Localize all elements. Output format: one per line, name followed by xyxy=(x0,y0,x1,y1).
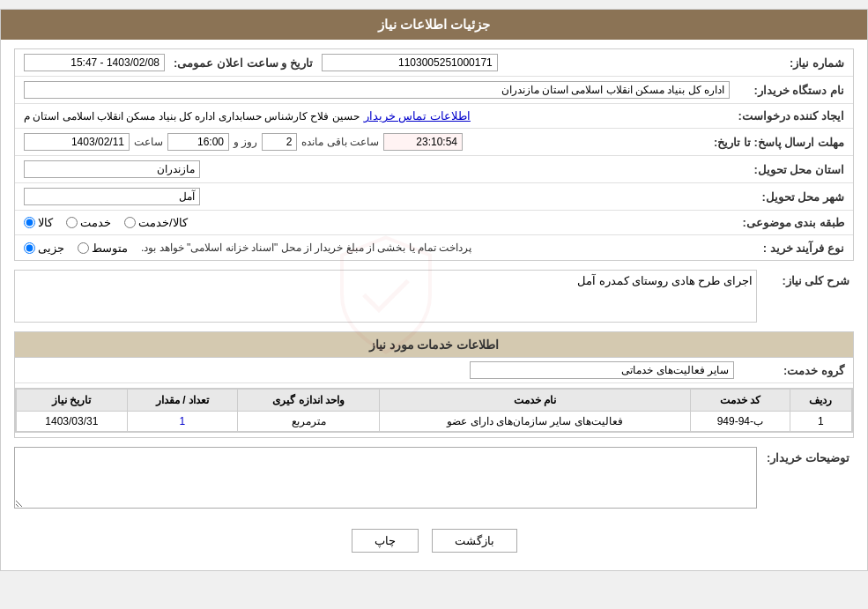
col-unit: واحد اندازه گیری xyxy=(238,390,380,412)
creator-value-cell: اطلاعات تماس خریدار حسین فلاح کارشناس حس… xyxy=(19,108,733,124)
purchase-jozi[interactable]: جزیی xyxy=(24,241,64,255)
remain-label: ساعت باقی مانده xyxy=(301,136,379,148)
purchase-type-row: نوع فرآیند خرید : پرداخت تمام یا بخشی از… xyxy=(15,235,853,260)
purchase-type-note: پرداخت تمام یا بخشی از مبلغ خریدار از مح… xyxy=(141,241,471,254)
services-section: اطلاعات خدمات مورد نیاز گروه خدمت: سایر … xyxy=(14,331,854,438)
purchase-type-inline: پرداخت تمام یا بخشی از مبلغ خریدار از مح… xyxy=(24,241,730,255)
city-row: شهر محل تحویل: آمل xyxy=(15,183,853,211)
motavaset-label: متوسط xyxy=(92,241,128,255)
jozi-label: جزیی xyxy=(38,241,64,255)
description-box: اجرای طرح هادی روستای کمدره آمل xyxy=(14,270,757,323)
contact-link[interactable]: اطلاعات تماس خریدار xyxy=(364,109,471,123)
need-number-inline: 1103005251000171 تاریخ و ساعت اعلان عموم… xyxy=(24,54,730,71)
province-display: مازندران xyxy=(24,160,200,178)
buyer-notes-section: توضیحات خریدار: xyxy=(14,447,854,511)
khedmat-label: خدمت xyxy=(80,216,111,229)
province-value-cell: مازندران xyxy=(19,159,734,180)
category-row: طبقه بندی موضوعی: کالا/خدمت خدمت کالا xyxy=(15,211,853,235)
col-name: نام خدمت xyxy=(380,390,691,412)
day-label: روز و xyxy=(234,136,257,148)
purchase-motavaset-radio[interactable] xyxy=(78,242,89,254)
category-kala[interactable]: کالا xyxy=(24,216,53,229)
description-section: شرح کلی نیاز: اجرای طرح هادی روستای کمدر… xyxy=(14,270,854,323)
col-row: ردیف xyxy=(790,390,851,412)
col-date: تاریخ نیاز xyxy=(17,390,128,412)
service-group-value-cell: سایر فعالیت‌های خدماتی xyxy=(19,361,734,379)
deadline-value-cell: 23:10:54 ساعت باقی مانده 2 روز و 16:00 س… xyxy=(19,131,709,152)
kala-khedmat-label: کالا/خدمت xyxy=(138,216,188,229)
need-number-value-cell: 1103005251000171 تاریخ و ساعت اعلان عموم… xyxy=(19,52,734,73)
row-count: 1 xyxy=(127,412,238,432)
buyer-org-value-cell: اداره کل بنیاد مسکن انقلاب اسلامی استان … xyxy=(19,79,734,100)
creator-display: حسین فلاح کارشناس حسابداری اداره کل بنیا… xyxy=(24,110,360,123)
service-group-label: گروه خدمت: xyxy=(734,362,849,379)
purchase-type-value-cell: پرداخت تمام یا بخشی از مبلغ خریدار از مح… xyxy=(19,240,734,256)
kala-label: کالا xyxy=(38,216,53,229)
purchase-type-label: نوع فرآیند خرید : xyxy=(734,240,849,256)
buttons-row: بازگشت چاپ xyxy=(14,520,854,561)
purchase-type-radio-group: متوسط جزیی xyxy=(24,241,128,255)
buyer-org-label: نام دستگاه خریدار: xyxy=(734,82,849,99)
row-unit: مترمربع xyxy=(238,412,380,432)
col-code: کد خدمت xyxy=(690,390,790,412)
buyer-notes-value-cell xyxy=(14,447,757,511)
deadline-day-display: 2 xyxy=(262,133,297,151)
buyer-org-display: اداره کل بنیاد مسکن انقلاب اسلامی استان … xyxy=(24,81,730,99)
creator-inline: اطلاعات تماس خریدار حسین فلاح کارشناس حس… xyxy=(24,109,729,123)
time-label: ساعت xyxy=(134,136,163,148)
category-kala-khedmat-radio[interactable] xyxy=(124,217,136,228)
purchase-motavaset[interactable]: متوسط xyxy=(78,241,128,255)
row-date: 1403/03/31 xyxy=(17,412,128,432)
table-row: 1 ب-94-949 فعالیت‌های سایر سازمان‌های دا… xyxy=(17,412,852,432)
deadline-date-display: 1403/02/11 xyxy=(24,133,130,151)
need-number-row: شماره نیاز: 1103005251000171 تاریخ و ساع… xyxy=(15,49,853,77)
services-title: اطلاعات خدمات مورد نیاز xyxy=(15,332,853,358)
content-area: شماره نیاز: 1103005251000171 تاریخ و ساع… xyxy=(1,40,867,570)
city-value-cell: آمل xyxy=(19,186,734,207)
row-service-name: فعالیت‌های سایر سازمان‌های دارای عضو xyxy=(380,412,691,432)
page-title: جزئیات اطلاعات نیاز xyxy=(378,17,490,32)
table-header-row: ردیف کد خدمت نام خدمت واحد اندازه گیری ت… xyxy=(17,390,852,412)
category-kala-khedmat[interactable]: کالا/خدمت xyxy=(124,216,188,229)
main-form-section: شماره نیاز: 1103005251000171 تاریخ و ساع… xyxy=(14,48,854,261)
back-button[interactable]: بازگشت xyxy=(432,529,517,553)
buyer-notes-label: توضیحات خریدار: xyxy=(757,447,854,466)
row-number: 1 xyxy=(790,412,851,432)
creator-row: ایجاد کننده درخواست: اطلاعات تماس خریدار… xyxy=(15,104,853,129)
deadline-inline: 23:10:54 ساعت باقی مانده 2 روز و 16:00 س… xyxy=(24,133,705,151)
page-header: جزئیات اطلاعات نیاز xyxy=(1,10,867,40)
description-label: شرح کلی نیاز: xyxy=(757,270,854,289)
city-label: شهر محل تحویل: xyxy=(734,189,849,205)
purchase-jozi-radio[interactable] xyxy=(24,242,35,254)
print-button[interactable]: چاپ xyxy=(352,529,419,553)
description-text: اجرای طرح هادی روستای کمدره آمل xyxy=(19,274,753,287)
need-number-label: شماره نیاز: xyxy=(734,55,849,71)
buyer-org-row: نام دستگاه خریدار: اداره کل بنیاد مسکن ا… xyxy=(15,77,853,104)
category-khedmat[interactable]: خدمت xyxy=(66,216,111,229)
deadline-time-display: 16:00 xyxy=(167,133,229,151)
remaining-time-group: 23:10:54 ساعت باقی مانده 2 روز و 16:00 س… xyxy=(24,133,463,151)
services-table: ردیف کد خدمت نام خدمت واحد اندازه گیری ت… xyxy=(16,389,852,432)
services-table-container: ردیف کد خدمت نام خدمت واحد اندازه گیری ت… xyxy=(15,388,853,433)
category-kala-radio[interactable] xyxy=(24,217,35,228)
remaining-time-display: 23:10:54 xyxy=(383,133,463,151)
deadline-row: مهلت ارسال پاسخ: تا تاریخ: 23:10:54 ساعت… xyxy=(15,129,853,156)
date-announce-display: 1403/02/08 - 15:47 xyxy=(24,54,165,71)
page-container: جزئیات اطلاعات نیاز شماره نیاز: 11030052… xyxy=(0,9,868,571)
col-count: تعداد / مقدار xyxy=(127,390,238,412)
category-radio-group: کالا/خدمت خدمت کالا xyxy=(24,216,188,229)
deadline-label: مهلت ارسال پاسخ: تا تاریخ: xyxy=(709,134,849,151)
category-khedmat-radio[interactable] xyxy=(66,217,78,228)
need-number-display: 1103005251000171 xyxy=(322,54,498,71)
service-group-row: گروه خدمت: سایر فعالیت‌های خدماتی xyxy=(15,358,853,383)
city-display: آمل xyxy=(24,188,200,205)
creator-label: ایجاد کننده درخواست: xyxy=(733,108,849,124)
service-group-display: سایر فعالیت‌های خدماتی xyxy=(470,361,734,379)
category-label: طبقه بندی موضوعی: xyxy=(734,214,849,231)
province-row: استان محل تحویل: مازندران xyxy=(15,156,853,183)
row-code: ب-94-949 xyxy=(690,412,790,432)
category-value-cell: کالا/خدمت خدمت کالا xyxy=(19,214,734,231)
province-label: استان محل تحویل: xyxy=(734,161,849,178)
date-announce-label: تاریخ و ساعت اعلان عمومی: xyxy=(169,55,317,71)
buyer-notes-textarea[interactable] xyxy=(14,447,757,509)
